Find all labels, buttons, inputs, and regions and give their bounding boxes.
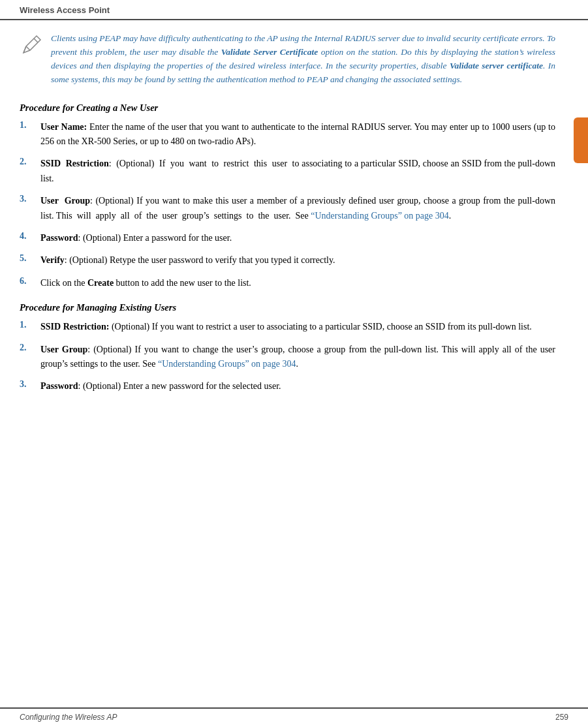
footer-right: 259 [555,713,568,722]
label-password: Password [40,233,78,243]
list-item: 2. User Group: (Optional) If you want to… [20,343,555,372]
manage-list-content-3: Password: (Optional) Enter a new passwor… [40,379,555,394]
list-item: 5. Verify: (Optional) Retype the user pa… [20,253,555,268]
list-item: 2. SSID Restriction: (Optional) If you w… [20,157,555,186]
list-content-2: SSID Restriction: (Optional) If you want… [40,157,555,186]
note-icon [20,33,43,57]
label-user-group: User Group [40,196,90,206]
manage-list-number-2: 2. [20,343,40,353]
note-text: Clients using PEAP may have difficulty a… [51,32,555,87]
manage-users-list: 1. SSID Restriction: (Optional) If you w… [20,320,555,394]
section-heading-new-user: Procedure for Creating a New User [20,102,555,114]
list-item: 3. Password: (Optional) Enter a new pass… [20,379,555,394]
manage-list-number-1: 1. [20,320,40,330]
label-ssid-restriction: SSID Restriction [40,159,109,168]
manage-list-content-1: SSID Restriction: (Optional) If you want… [40,320,555,334]
list-number-6: 6. [20,276,40,286]
label-ssid-restriction-manage: SSID Restriction: [40,322,109,332]
list-item: 1. User Name: Enter the name of the user… [20,120,555,149]
list-item: 4. Password: (Optional) Enter a password… [20,231,555,245]
note-box: Clients using PEAP may have difficulty a… [20,29,555,89]
page-footer: Configuring the Wireless AP 259 [0,707,588,727]
label-verify: Verify [40,255,65,265]
note-validate-cert-1: Validate Server Certificate [221,47,318,57]
orange-tab [574,117,588,163]
list-content-1: User Name: Enter the name of the user th… [40,120,555,149]
list-number-4: 4. [20,231,40,241]
label-username: User Name: [40,122,87,132]
note-validate-cert-2: Validate server certificate [450,61,543,70]
page-container: Wireless Access Point Clients using PEAP… [0,0,588,727]
list-item: 3. User Group: (Optional) If you want to… [20,194,555,223]
manage-list-number-3: 3. [20,379,40,390]
list-item: 1. SSID Restriction: (Optional) If you w… [20,320,555,334]
list-number-3: 3. [20,194,40,204]
list-content-3: User Group: (Optional) If you want to ma… [40,194,555,223]
list-number-5: 5. [20,253,40,264]
link-understanding-groups-1[interactable]: “Understanding Groups” on page 304 [311,211,449,221]
list-item: 6. Click on the Create button to add the… [20,276,555,290]
page-header: Wireless Access Point [0,0,588,20]
main-content: Clients using PEAP may have difficulty a… [0,20,588,442]
list-number-1: 1. [20,120,40,131]
list-content-5: Verify: (Optional) Retype the user passw… [40,253,555,268]
label-create: Create [87,278,114,288]
label-user-group-manage: User Group [40,345,87,354]
new-user-list: 1. User Name: Enter the name of the user… [20,120,555,291]
label-password-manage: Password [40,381,78,391]
list-content-6: Click on the Create button to add the ne… [40,276,555,290]
link-understanding-groups-2[interactable]: “Understanding Groups” on page 304 [158,359,296,369]
header-title: Wireless Access Point [20,5,110,15]
list-content-4: Password: (Optional) Enter a password fo… [40,231,555,245]
section-heading-manage-users: Procedure for Managing Existing Users [20,302,555,313]
footer-left: Configuring the Wireless AP [20,713,117,722]
list-number-2: 2. [20,157,40,167]
manage-list-content-2: User Group: (Optional) If you want to ch… [40,343,555,372]
